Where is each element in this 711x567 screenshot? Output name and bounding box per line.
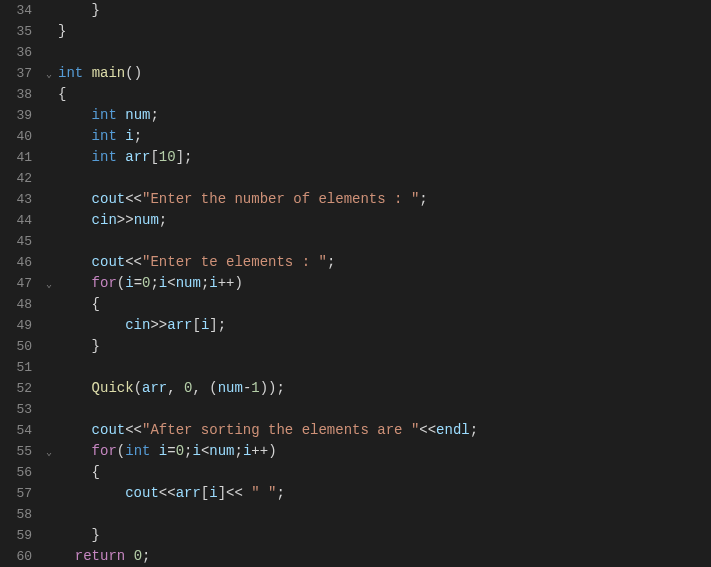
token: return — [75, 548, 125, 564]
token: )); — [260, 380, 285, 396]
code-line[interactable]: int arr[10]; — [58, 147, 711, 168]
token: endl — [436, 422, 470, 438]
fold-marker — [42, 547, 56, 567]
line-number: 39 — [6, 105, 32, 126]
code-line[interactable] — [58, 399, 711, 420]
code-line[interactable] — [58, 504, 711, 525]
token: Quick — [92, 380, 134, 396]
code-line[interactable]: cin>>num; — [58, 210, 711, 231]
line-number: 44 — [6, 210, 32, 231]
token: i — [159, 443, 167, 459]
line-number: 53 — [6, 399, 32, 420]
code-line[interactable] — [58, 357, 711, 378]
code-line[interactable]: cin>>arr[i]; — [58, 315, 711, 336]
token: { — [58, 464, 100, 480]
token — [58, 212, 92, 228]
fold-marker[interactable]: ⌄ — [42, 274, 56, 295]
token: << — [226, 485, 251, 501]
code-line[interactable]: cout<<"After sorting the elements are "<… — [58, 420, 711, 441]
token — [58, 128, 92, 144]
code-line[interactable]: } — [58, 525, 711, 546]
token: << — [125, 422, 142, 438]
code-line[interactable]: cout<<"Enter te elements : "; — [58, 252, 711, 273]
code-line[interactable]: for(int i=0;i<num;i++) — [58, 441, 711, 462]
line-number: 52 — [6, 378, 32, 399]
token: cin — [92, 212, 117, 228]
code-line[interactable] — [58, 231, 711, 252]
token — [58, 317, 125, 333]
fold-marker[interactable]: ⌄ — [42, 442, 56, 463]
fold-marker — [42, 85, 56, 106]
token: ; — [327, 254, 335, 270]
line-number: 38 — [6, 84, 32, 105]
chevron-down-icon: ⌄ — [46, 274, 52, 295]
token: ] — [218, 485, 226, 501]
token: = — [167, 443, 175, 459]
token: int — [58, 65, 83, 81]
code-line[interactable]: { — [58, 84, 711, 105]
line-number: 58 — [6, 504, 32, 525]
line-number: 40 — [6, 126, 32, 147]
code-line[interactable]: } — [58, 336, 711, 357]
token: cout — [92, 254, 126, 270]
token — [58, 191, 92, 207]
code-line[interactable]: { — [58, 462, 711, 483]
token: cout — [125, 485, 159, 501]
code-line[interactable]: { — [58, 294, 711, 315]
line-number: 46 — [6, 252, 32, 273]
fold-marker — [42, 526, 56, 547]
code-line[interactable]: int main() — [58, 63, 711, 84]
code-area[interactable]: }}int main(){ int num; int i; int arr[10… — [56, 0, 711, 567]
line-number: 41 — [6, 147, 32, 168]
token: < — [167, 275, 175, 291]
token: "After sorting the elements are " — [142, 422, 419, 438]
token: i — [125, 128, 133, 144]
code-line[interactable]: int num; — [58, 105, 711, 126]
token — [58, 485, 125, 501]
token: cout — [92, 191, 126, 207]
code-line[interactable] — [58, 168, 711, 189]
fold-marker — [42, 106, 56, 127]
token: "Enter the number of elements : " — [142, 191, 419, 207]
code-editor: 3435363738394041424344454647484950515253… — [0, 0, 711, 567]
line-number: 59 — [6, 525, 32, 546]
code-line[interactable]: } — [58, 0, 711, 21]
code-line[interactable]: cout<<"Enter the number of elements : "; — [58, 189, 711, 210]
token: ++) — [251, 443, 276, 459]
token: cin — [125, 317, 150, 333]
fold-marker — [42, 505, 56, 526]
token: ; — [277, 485, 285, 501]
line-number: 50 — [6, 336, 32, 357]
fold-marker — [42, 169, 56, 190]
token: >> — [117, 212, 134, 228]
token: 10 — [159, 149, 176, 165]
token — [58, 275, 92, 291]
fold-marker — [42, 127, 56, 148]
fold-marker[interactable]: ⌄ — [42, 64, 56, 85]
line-number: 60 — [6, 546, 32, 567]
code-line[interactable]: int i; — [58, 126, 711, 147]
token — [58, 149, 92, 165]
fold-marker — [42, 463, 56, 484]
code-line[interactable]: } — [58, 21, 711, 42]
code-line[interactable]: for(i=0;i<num;i++) — [58, 273, 711, 294]
token: ; — [419, 191, 427, 207]
fold-marker — [42, 43, 56, 64]
token: " " — [251, 485, 276, 501]
token: ( — [117, 275, 125, 291]
code-line[interactable]: cout<<arr[i]<< " "; — [58, 483, 711, 504]
fold-marker — [42, 400, 56, 421]
code-line[interactable] — [58, 42, 711, 63]
token: 1 — [251, 380, 259, 396]
token: num — [134, 212, 159, 228]
token: int — [125, 443, 150, 459]
token: cout — [92, 422, 126, 438]
line-number: 43 — [6, 189, 32, 210]
token: arr — [142, 380, 167, 396]
code-line[interactable]: return 0; — [58, 546, 711, 567]
code-line[interactable]: Quick(arr, 0, (num-1)); — [58, 378, 711, 399]
token: ; — [150, 107, 158, 123]
line-number: 57 — [6, 483, 32, 504]
token: ; — [134, 128, 142, 144]
token: num — [125, 107, 150, 123]
